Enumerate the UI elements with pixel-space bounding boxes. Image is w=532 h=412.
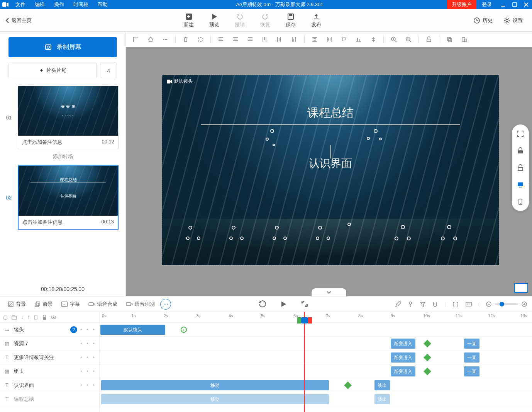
expand-icon[interactable]	[301, 300, 308, 308]
clip[interactable]: 一直	[464, 352, 479, 363]
expand-arrow[interactable]: ‹	[527, 172, 532, 195]
delete-track-icon[interactable]	[34, 315, 38, 320]
add-keyframe[interactable]: +	[181, 327, 187, 333]
menu-action[interactable]: 操作	[49, 0, 69, 9]
clip[interactable]: 一直	[464, 366, 479, 376]
keyframe[interactable]	[424, 340, 431, 347]
track-options[interactable]: • • •	[80, 327, 96, 332]
clip[interactable]: 一直	[464, 339, 479, 349]
clip[interactable]: 默认镜头	[100, 325, 165, 335]
home-icon[interactable]	[144, 33, 158, 46]
help-icon[interactable]: ?	[70, 326, 77, 333]
scene-item[interactable]: 01 ⊕ ⊕ ⊕ ○ ○ ○ ○ 点击添加备注信息 00:12	[0, 83, 125, 150]
track-row[interactable]: T 课程总结	[0, 392, 99, 406]
upgrade-button[interactable]: 升级账户	[447, 0, 476, 9]
track-row[interactable]: T 更多详情敬请关注 • • •	[0, 351, 99, 364]
timeline-tracks[interactable]: 0s 1s 2s 3s 4s 5s 6s 7s 8s 9s 10s 11s 12…	[100, 312, 532, 412]
login-button[interactable]: 登录	[476, 0, 497, 9]
keyframe[interactable]	[424, 354, 431, 361]
keyframe[interactable]	[344, 381, 352, 389]
delete-icon[interactable]	[179, 33, 193, 46]
copy-icon[interactable]	[442, 33, 456, 46]
settings-button[interactable]: 设置	[503, 17, 523, 24]
canvas-stage[interactable]: 默认镜头 课程总结 认识界面	[126, 47, 532, 296]
ruler-icon[interactable]	[129, 33, 143, 46]
clip[interactable]: 渐变进入	[391, 339, 415, 349]
paste-icon[interactable]	[457, 33, 471, 46]
redo-button[interactable]: 恢复	[260, 13, 270, 28]
align-middle-icon[interactable]	[273, 33, 286, 46]
tab-subtitle[interactable]: cc字幕	[58, 299, 83, 309]
align-right-icon[interactable]	[243, 33, 257, 46]
bracket-icon[interactable]	[452, 301, 459, 307]
distribute-h-icon[interactable]	[308, 33, 322, 46]
track[interactable]: 移动 淡出	[100, 392, 532, 406]
desktop-icon[interactable]	[515, 179, 526, 190]
lock-icon[interactable]	[515, 145, 526, 156]
rewind-icon[interactable]	[258, 300, 266, 308]
move-down-icon[interactable]: ↓	[21, 314, 24, 320]
add-track-icon[interactable]: ▢	[3, 314, 8, 320]
clip[interactable]: 移动	[101, 380, 329, 390]
snap-icon[interactable]	[432, 301, 438, 307]
visibility-icon[interactable]	[51, 315, 57, 320]
filter-icon[interactable]	[420, 301, 426, 307]
track-row[interactable]: T 认识界面 • • •	[0, 378, 99, 392]
display-icon[interactable]	[514, 283, 528, 293]
close-button[interactable]	[520, 0, 532, 9]
menu-timeline[interactable]: 时间轴	[69, 0, 93, 9]
track[interactable]: 渐变进入 一直	[100, 351, 532, 364]
track-options[interactable]: • • •	[80, 340, 96, 346]
track[interactable]: 渐变进入 一直	[100, 337, 532, 351]
save-button[interactable]: 保存	[286, 13, 296, 28]
align-top2-icon[interactable]	[337, 33, 351, 46]
align-top-icon[interactable]	[258, 33, 272, 46]
scene-note[interactable]: 点击添加备注信息	[22, 139, 62, 146]
align-center-icon[interactable]	[229, 33, 242, 46]
collapse-tab[interactable]	[312, 288, 346, 296]
fullscreen-icon[interactable]	[515, 128, 526, 139]
zoom-out-icon[interactable]	[402, 33, 415, 46]
clip[interactable]: 渐变进入	[391, 352, 415, 363]
tab-more[interactable]: ⋯	[160, 299, 171, 310]
clip[interactable]: 移动	[101, 394, 329, 404]
align-bottom-icon[interactable]	[287, 33, 301, 46]
track-options[interactable]: • • •	[80, 368, 96, 374]
marker-icon[interactable]	[407, 301, 413, 307]
scene-note[interactable]: 点击添加备注信息	[22, 219, 63, 226]
preview-button[interactable]: 预览	[209, 13, 219, 28]
history-button[interactable]: 历史	[473, 17, 493, 24]
zoom-slider[interactable]	[495, 303, 518, 305]
track[interactable]: 渐变进入 一直	[100, 364, 532, 378]
clip[interactable]: 淡出	[374, 394, 390, 404]
clip[interactable]: 淡出	[374, 380, 390, 390]
track-options[interactable]: • • •	[80, 382, 96, 388]
clip[interactable]: 渐变进入	[391, 366, 415, 376]
undo-button[interactable]: 撤销	[235, 13, 245, 28]
track-row[interactable]: ▨ 资源 7 • • •	[0, 337, 99, 351]
lock-track-icon[interactable]	[42, 315, 47, 320]
menu-help[interactable]: 帮助	[93, 0, 112, 9]
align-bottom2-icon[interactable]	[352, 33, 366, 46]
scene-item[interactable]: 02 课程总结 认识界面 点击添加备注信息 00:13	[0, 163, 125, 230]
align-left-icon[interactable]	[214, 33, 228, 46]
maximize-button[interactable]	[509, 0, 520, 9]
add-clip-button[interactable]: ＋ 片头片尾	[8, 63, 97, 78]
record-screen-button[interactable]: 录制屏幕	[8, 37, 117, 57]
tab-asr[interactable]: 语音识别	[123, 299, 158, 309]
move-up-icon[interactable]: ↑	[27, 314, 30, 320]
menu-file[interactable]: 文件	[11, 0, 30, 9]
new-folder-icon[interactable]	[12, 315, 17, 320]
zoom-in-icon[interactable]	[387, 33, 401, 46]
menu-edit[interactable]: 编辑	[30, 0, 49, 9]
playhead[interactable]	[304, 312, 305, 412]
mobile-icon[interactable]	[515, 196, 526, 207]
keyframe[interactable]	[424, 368, 431, 375]
crop-icon[interactable]	[193, 33, 207, 46]
play-icon[interactable]	[280, 300, 287, 308]
new-button[interactable]: 新建	[184, 13, 194, 28]
timeline-ruler[interactable]: 0s 1s 2s 3s 4s 5s 6s 7s 8s 9s 10s 11s 12…	[100, 312, 532, 323]
fit-icon[interactable]: 1:1	[465, 301, 472, 307]
track[interactable]: 默认镜头 +	[100, 323, 532, 337]
more-icon[interactable]	[158, 33, 172, 46]
